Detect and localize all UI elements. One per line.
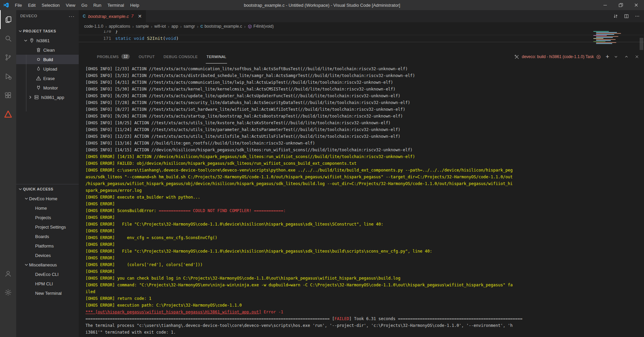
sidebar-item-hpm-cli[interactable]: HPM CLI (16, 279, 79, 288)
panel-tab-terminal[interactable]: TERMINAL (206, 50, 227, 63)
minimize-button[interactable] (597, 0, 613, 10)
sidebar: DEVECO ··· PROJECT TASKS hi3861CleanBuil… (16, 10, 79, 337)
split-editor-icon[interactable] (624, 14, 629, 19)
sidebar-item-project-settings[interactable]: Project Settings (16, 222, 79, 232)
breadcrumb-item-sample[interactable]: sample (136, 24, 149, 29)
title-bar: FileEditSelectionViewGoRunTerminalHelp b… (0, 0, 644, 10)
sidebar-item-boards[interactable]: Boards (16, 232, 79, 241)
menu-terminal[interactable]: Terminal (104, 0, 127, 10)
sidebar-item-upload[interactable]: Upload (16, 64, 79, 74)
sidebar-item-devices[interactable]: Devices (16, 251, 79, 260)
sidebar-item-label: HPM CLI (35, 281, 53, 286)
panel-tab-debug-console[interactable]: DEBUG CONSOLE (163, 50, 198, 63)
menu-view[interactable]: View (63, 0, 78, 10)
extensions-icon[interactable] (0, 86, 16, 105)
terminal-line: [OHOS ERROR] c:\users\tianhang\.deveco-d… (85, 167, 644, 174)
breadcrumb-item-samgr[interactable]: samgr (184, 24, 195, 29)
maximize-panel-icon[interactable] (624, 54, 629, 59)
sidebar-item-label: DevEco CLI (35, 272, 58, 277)
explorer-icon[interactable] (0, 10, 17, 29)
panel-tab-output[interactable]: OUTPUT (138, 50, 155, 63)
sidebar-item-projects[interactable]: Projects (16, 213, 79, 222)
sidebar-item-clean[interactable]: Clean (16, 45, 79, 55)
line-number: 170 (79, 30, 111, 35)
menu-help[interactable]: Help (127, 0, 142, 10)
terminal-line: [OHOS INFO] [6/29] ACTION //test/xts/act… (85, 93, 644, 99)
section-title: PROJECT TASKS (23, 29, 56, 33)
circle-icon (36, 57, 41, 62)
close-panel-icon[interactable] (635, 54, 639, 59)
terminal-output[interactable]: [OHOS INFO] [2/33] ACTION //test/xts/act… (79, 65, 644, 337)
sidebar-item-deveco-home[interactable]: DevEco Home (16, 194, 79, 203)
sidebar-item-monitor[interactable]: Monitor (16, 83, 79, 93)
editor-scrollbar[interactable] (640, 38, 643, 50)
deveco-icon[interactable] (0, 105, 16, 124)
terminal-line: [OHOS INFO] [2/33] ACTION //test/xts/act… (85, 66, 644, 72)
sidebar-item-new-terminal[interactable]: New Terminal (16, 288, 79, 298)
sidebar-item-hi3861[interactable]: hi3861 (16, 36, 79, 45)
search-icon[interactable] (0, 29, 16, 48)
terminal-line: [OHOS ERROR] (colors['red'], colors['end… (85, 261, 644, 268)
terminal-line: [OHOS INFO] [13/16] ACTION //build/lite:… (85, 140, 644, 147)
server-icon (34, 95, 39, 100)
sidebar-item-home[interactable]: Home (16, 203, 79, 213)
terminal-line: [OHOS ERROR] (85, 268, 644, 275)
menu-run[interactable]: Run (90, 0, 104, 10)
minimap[interactable] (593, 31, 638, 47)
terminal-line: [OHOS INFO] [12/23] ACTION //test/xts/ac… (85, 133, 644, 140)
sidebar-item-hi3861-app[interactable]: hi3861_app (16, 93, 79, 102)
menu-edit[interactable]: Edit (25, 0, 39, 10)
account-icon[interactable] (0, 264, 16, 283)
section-header-quick-access[interactable]: QUICK ACCESS (16, 184, 79, 194)
menu-file[interactable]: File (12, 0, 25, 10)
terminal-line: [OHOS ERROR] command: "C:\Projects\32-Ha… (85, 282, 644, 288)
section-header-project-tasks[interactable]: PROJECT TASKS (16, 26, 79, 36)
open-changes-icon[interactable] (613, 14, 618, 19)
sidebar-item-miscellaneous[interactable]: Miscellaneous (16, 260, 79, 269)
vscode-window: { "colors":{ "error_yellow":"#e5e510","e… (0, 0, 644, 337)
breadcrumb-item-f4init-void[interactable]: F4Init(void) (248, 24, 274, 29)
tab-bootstrap-example[interactable]: C bootstrap_example.c 7 ✕ (79, 10, 146, 22)
chevron-down-icon[interactable] (614, 54, 618, 59)
code-editor[interactable]: 170}171static void S2Init(void) (79, 30, 644, 50)
more-actions-icon[interactable]: ··· (69, 13, 75, 19)
terminal-line: [OHOS ERROR] (85, 214, 644, 221)
settings-icon[interactable] (0, 283, 16, 302)
breadcrumb-label: bootstrap_example.c (204, 24, 242, 29)
terminal-line: [OHOS INFO] [10/25] ACTION //test/xts/ac… (85, 120, 644, 126)
sidebar-item-build[interactable]: Build (16, 55, 79, 64)
breadcrumb-item-bootstrap-example-c[interactable]: Cbootstrap_example.c (200, 24, 242, 29)
run-debug-icon[interactable] (0, 67, 16, 86)
more-actions-icon[interactable] (635, 14, 640, 19)
terminal-line: [OHOS ERROR] File "C:\Projects\32-Harmon… (85, 221, 644, 228)
terminal-task-selector[interactable]: deveco: build - hi3861 (code-1.1.0) Task (514, 54, 601, 59)
breadcrumb-item-applications[interactable]: applications (109, 24, 130, 29)
editor-tab-bar: C bootstrap_example.c 7 ✕ (79, 10, 644, 22)
terminal-line: [OHOS ERROR] env_cfg = scons_env_cfg.Sco… (85, 234, 644, 241)
panel-tab-problems[interactable]: PROBLEMS12 (96, 50, 130, 63)
menu-selection[interactable]: Selection (39, 0, 63, 10)
restore-button[interactable] (613, 0, 628, 10)
menu-bar: FileEditSelectionViewGoRunTerminalHelp (12, 0, 142, 10)
sidebar-item-label: Erase (43, 76, 55, 81)
breadcrumb-label: samgr (184, 24, 195, 29)
minimap-line (596, 42, 616, 43)
breadcrumb-item-app[interactable]: app (171, 24, 178, 29)
kill-task-icon[interactable] (596, 54, 601, 59)
close-window-button[interactable] (628, 0, 644, 10)
breadcrumb-item-code-1-1-0[interactable]: code-1.1.0 (84, 24, 103, 29)
terminal-line: iled (85, 288, 644, 295)
sidebar-item-deveco-cli[interactable]: DevEco CLI (16, 269, 79, 279)
terminal-line: [OHOS ERROR] (85, 228, 644, 234)
source-control-icon[interactable] (0, 48, 16, 67)
close-tab-icon[interactable]: ✕ (138, 14, 142, 19)
new-terminal-icon[interactable]: + (605, 54, 609, 60)
plug-icon (36, 85, 41, 90)
sidebar-item-label: Monitor (43, 85, 58, 90)
chevron-down-icon (24, 262, 29, 267)
breadcrumb-item-wifi-iot[interactable]: wifi-iot (154, 24, 166, 29)
breadcrumb-separator: › (197, 24, 198, 29)
sidebar-item-erase[interactable]: Erase (16, 74, 79, 83)
menu-go[interactable]: Go (78, 0, 90, 10)
sidebar-item-platforms[interactable]: Platforms (16, 241, 79, 251)
